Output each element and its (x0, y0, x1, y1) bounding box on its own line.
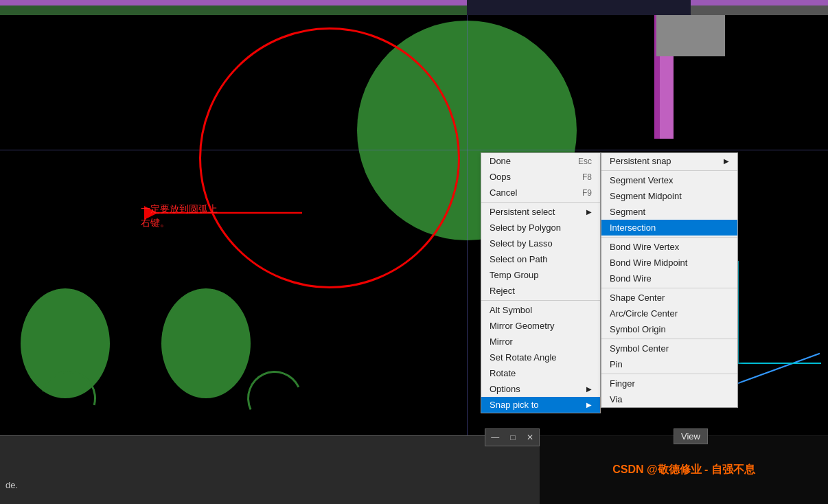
menu-item-label: Options (490, 384, 520, 394)
submenu-item-label: Symbol Center (610, 343, 669, 354)
context-menu-separator (481, 300, 600, 301)
submenu-item-shape-center[interactable]: Shape Center (601, 290, 737, 306)
submenu-item-arc-circle-center[interactable]: Arc/Circle Center (601, 306, 737, 321)
menu-item-label: Select by Polygon (490, 222, 561, 233)
submenu-item-finger[interactable]: Finger (601, 376, 737, 391)
context-menu-item-snap-pick-to[interactable]: Snap pick to▶ (481, 397, 600, 413)
context-menu-item-reject[interactable]: Reject (481, 283, 600, 299)
submenu-item-label: Segment Vertex (610, 175, 674, 185)
submenu-arrow-icon: ▶ (586, 385, 592, 393)
submenu-item-label: Bond Wire (610, 273, 652, 284)
menu-item-label: Alt Symbol (490, 305, 532, 315)
submenu-item-symbol-origin[interactable]: Symbol Origin (601, 321, 737, 337)
menu-item-label: Done (490, 156, 511, 166)
menu-item-label: Snap pick to (490, 400, 539, 410)
top-bar (0, 0, 828, 15)
context-menu[interactable]: DoneEscOopsF8CancelF9Persistent select▶S… (481, 152, 601, 413)
submenu-item-label: Intersection (610, 222, 656, 233)
context-menu-item-done[interactable]: DoneEsc (481, 153, 600, 169)
context-menu-item-options[interactable]: Options▶ (481, 381, 600, 397)
menu-item-label: Mirror Geometry (490, 321, 555, 331)
submenu-item-label: Finger (610, 378, 635, 389)
cyan-line-2 (739, 363, 821, 364)
submenu-item-segment[interactable]: Segment (601, 204, 737, 220)
red-circle-annotation (199, 27, 460, 288)
submenu-separator (601, 170, 737, 171)
menu-item-label: Set Rotate Angle (490, 352, 557, 363)
submenu[interactable]: Persistent snap▶Segment VertexSegment Mi… (601, 152, 738, 408)
small-panel-controls[interactable]: — □ ✕ (485, 428, 540, 446)
menu-item-label: Persistent select (490, 207, 555, 217)
context-menu-item-persistent-select[interactable]: Persistent select▶ (481, 204, 600, 220)
submenu-item-persistent-snap[interactable]: Persistent snap▶ (601, 153, 737, 169)
menu-item-label: Temp Group (490, 270, 539, 280)
submenu-arrow-icon: ▶ (724, 157, 729, 165)
context-menu-item-oops[interactable]: OopsF8 (481, 169, 600, 185)
green-arc-2 (240, 363, 310, 434)
menu-item-shortcut: F9 (582, 188, 592, 198)
submenu-item-label: Via (610, 394, 623, 404)
crosshair-vertical (467, 15, 468, 435)
context-menu-item-set-rotate-angle[interactable]: Set Rotate Angle (481, 350, 600, 365)
bottom-text: de. (5, 480, 18, 490)
menu-item-shortcut: Esc (578, 157, 592, 166)
submenu-separator (601, 237, 737, 238)
submenu-arrow-icon: ▶ (586, 401, 592, 409)
top-bar-purple (0, 0, 467, 5)
submenu-item-bond-wire-vertex[interactable]: Bond Wire Vertex (601, 239, 737, 255)
menu-item-label: Oops (490, 172, 511, 182)
submenu-item-label: Symbol Origin (610, 324, 666, 334)
csdn-overlay: CSDN @敬德修业 - 自强不息 (540, 435, 828, 504)
minimize-button[interactable]: — (488, 431, 502, 444)
context-menu-item-select-by-lasso[interactable]: Select by Lasso (481, 236, 600, 251)
context-menu-item-alt-symbol[interactable]: Alt Symbol (481, 302, 600, 318)
submenu-separator (601, 339, 737, 339)
green-circle-small-2 (161, 288, 251, 398)
submenu-item-label: Segment (610, 207, 645, 217)
submenu-item-label: Bond Wire Vertex (610, 242, 679, 252)
menu-item-label: Mirror (490, 336, 513, 347)
menu-item-label: Reject (490, 286, 515, 296)
top-bar-green (0, 5, 467, 15)
menu-item-label: Select on Path (490, 254, 548, 264)
top-bar-right-gray (691, 5, 828, 15)
context-menu-item-select-on-path[interactable]: Select on Path (481, 251, 600, 267)
submenu-item-intersection[interactable]: Intersection (601, 220, 737, 236)
close-button[interactable]: ✕ (524, 431, 536, 444)
submenu-item-segment-midpoint[interactable]: Segment Midpoint (601, 188, 737, 204)
submenu-item-label: Pin (610, 359, 623, 369)
submenu-item-label: Bond Wire Midpoint (610, 257, 687, 268)
submenu-item-label: Persistent snap (610, 156, 671, 166)
submenu-item-bond-wire-midpoint[interactable]: Bond Wire Midpoint (601, 255, 737, 271)
context-menu-item-mirror-geometry[interactable]: Mirror Geometry (481, 318, 600, 334)
submenu-item-via[interactable]: Via (601, 391, 737, 407)
submenu-item-label: Arc/Circle Center (610, 308, 678, 319)
csdn-text: CSDN @敬德修业 - 自强不息 (612, 463, 755, 477)
context-menu-separator (481, 202, 600, 203)
view-label[interactable]: View (674, 428, 708, 444)
submenu-item-segment-vertex[interactable]: Segment Vertex (601, 172, 737, 188)
submenu-item-symbol-center[interactable]: Symbol Center (601, 341, 737, 356)
submenu-item-pin[interactable]: Pin (601, 356, 737, 372)
submenu-item-label: Segment Midpoint (610, 191, 682, 201)
restore-button[interactable]: □ (507, 431, 518, 444)
menu-item-label: Select by Lasso (490, 238, 553, 249)
context-menu-item-temp-group[interactable]: Temp Group (481, 267, 600, 283)
submenu-separator (601, 374, 737, 374)
top-bar-right-purple (691, 0, 828, 5)
context-menu-item-cancel[interactable]: CancelF9 (481, 185, 600, 201)
menu-item-label: Rotate (490, 368, 516, 378)
submenu-item-label: Shape Center (610, 293, 665, 303)
canvas-area: 一定要放到圆弧上 右键。 DoneEscOopsF8CancelF9Persis… (0, 0, 828, 435)
context-menu-item-select-by-polygon[interactable]: Select by Polygon (481, 220, 600, 236)
menu-item-label: Cancel (490, 187, 517, 198)
submenu-arrow-icon: ▶ (586, 208, 592, 216)
annotation-text: 一定要放到圆弧上 右键。 (141, 203, 218, 229)
context-menu-item-mirror[interactable]: Mirror (481, 334, 600, 350)
submenu-separator (601, 288, 737, 288)
submenu-item-bond-wire[interactable]: Bond Wire (601, 271, 737, 286)
gray-box-right (656, 15, 725, 56)
menu-item-shortcut: F8 (582, 172, 592, 182)
context-menu-item-rotate[interactable]: Rotate (481, 365, 600, 381)
